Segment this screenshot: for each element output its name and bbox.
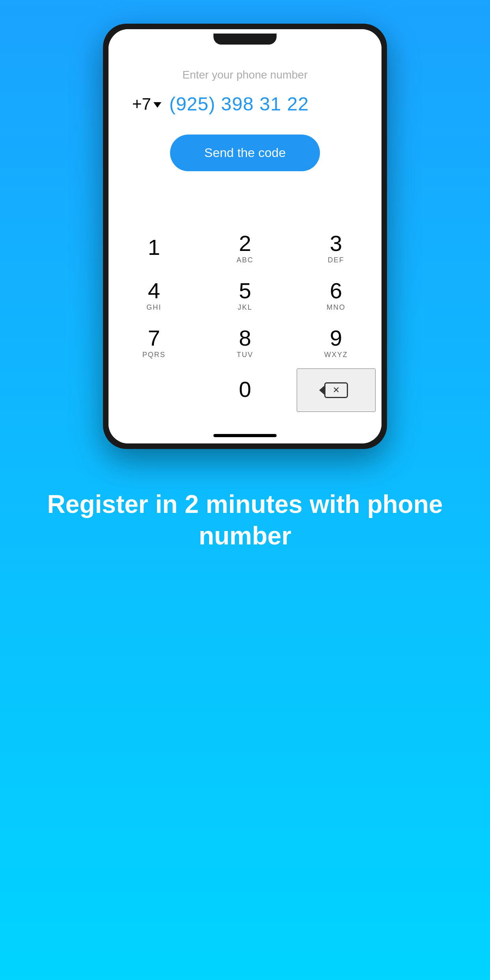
key-5[interactable]: 5 JKL [206, 274, 284, 317]
key-1-number: 1 [148, 236, 160, 258]
key-8-letters: TUV [237, 351, 253, 359]
key-4[interactable]: 4 GHI [114, 274, 193, 317]
key-5-number: 5 [239, 280, 251, 302]
key-6[interactable]: 6 MNO [297, 274, 376, 317]
key-3-letters: DEF [328, 256, 344, 264]
key-9[interactable]: 9 WXYZ [297, 321, 376, 365]
key-1[interactable]: 1 [114, 226, 193, 270]
key-9-number: 9 [330, 327, 342, 349]
phone-screen: Enter your phone number +7 (925) 398 31 … [108, 29, 382, 443]
home-indicator [213, 434, 277, 437]
country-code-value: +7 [132, 95, 151, 114]
key-empty [114, 368, 193, 412]
phone-bottom [108, 428, 382, 443]
dropdown-arrow-icon [153, 102, 161, 108]
keypad-row-4: 0 ✕ [108, 368, 382, 412]
phone-device: Enter your phone number +7 (925) 398 31 … [103, 24, 387, 449]
key-2-letters: ABC [236, 256, 253, 264]
backspace-x: ✕ [333, 385, 340, 395]
key-2-number: 2 [239, 232, 251, 254]
screen-content: Enter your phone number +7 (925) 398 31 … [108, 49, 382, 171]
phone-input-row: +7 (925) 398 31 22 [132, 93, 358, 115]
key-7-number: 7 [148, 327, 160, 349]
keypad-row-1: 1 2 ABC 3 DEF [108, 226, 382, 270]
country-code-selector[interactable]: +7 [132, 95, 161, 114]
key-2[interactable]: 2 ABC [206, 226, 284, 270]
phone-top-bar [108, 29, 382, 49]
backspace-icon: ✕ [324, 382, 348, 398]
key-3-number: 3 [330, 232, 342, 254]
keypad-spacer [108, 195, 382, 219]
key-3[interactable]: 3 DEF [297, 226, 376, 270]
key-7-letters: PQRS [142, 351, 166, 359]
phone-notch [213, 34, 277, 45]
keypad-row-2: 4 GHI 5 JKL 6 MNO [108, 274, 382, 317]
key-6-number: 6 [330, 280, 342, 302]
key-4-letters: GHI [146, 303, 161, 312]
key-8[interactable]: 8 TUV [206, 321, 284, 365]
key-0-number: 0 [239, 378, 251, 400]
key-5-letters: JKL [238, 303, 252, 312]
key-8-number: 8 [239, 327, 251, 349]
send-code-button[interactable]: Send the code [170, 135, 320, 171]
key-backspace-button[interactable]: ✕ [297, 368, 376, 412]
phone-number-label: Enter your phone number [132, 69, 358, 81]
phone-number-display: (925) 398 31 22 [169, 93, 309, 115]
key-9-letters: WXYZ [324, 351, 348, 359]
phone-wrapper: Enter your phone number +7 (925) 398 31 … [95, 24, 395, 449]
keypad-row-3: 7 PQRS 8 TUV 9 WXYZ [108, 321, 382, 365]
keypad: 1 2 ABC 3 DEF 4 GHI [108, 219, 382, 428]
promo-text: Register in 2 minutes with phone number [0, 488, 490, 552]
key-6-letters: MNO [327, 303, 346, 312]
key-0[interactable]: 0 [206, 368, 284, 412]
key-7[interactable]: 7 PQRS [114, 321, 193, 365]
key-4-number: 4 [148, 280, 160, 302]
